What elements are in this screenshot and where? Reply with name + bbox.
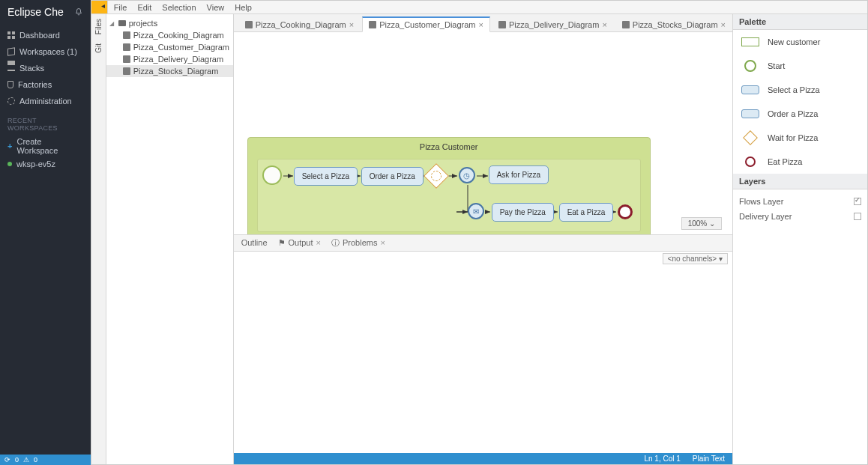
layer-checkbox[interactable] <box>854 198 861 205</box>
tab-pizza_stocks_diagram[interactable]: Pizza_Stocks_Diagram× <box>615 17 732 31</box>
cube-icon <box>7 47 15 55</box>
file-label: Pizza_Cooking_Diagram <box>133 31 224 40</box>
palette-item-label: Eat Pizza <box>768 157 802 166</box>
dash-icon <box>7 31 15 39</box>
file-icon <box>498 21 506 28</box>
close-icon[interactable]: × <box>380 238 385 247</box>
file-icon <box>123 67 130 75</box>
editor-tabs: Pizza_Cooking_Diagram×Pizza_Customer_Dia… <box>234 14 732 32</box>
pool-title: Pizza Customer <box>248 138 650 151</box>
menu-file[interactable]: File <box>114 3 127 12</box>
close-icon[interactable]: × <box>721 20 726 29</box>
layer-checkbox[interactable] <box>854 213 861 220</box>
recent-workspaces-header: RECENT WORKSPACES <box>0 109 91 135</box>
message-event[interactable] <box>468 203 484 219</box>
plus-icon: + <box>7 142 12 151</box>
file-pizza_customer_diagram[interactable]: Pizza_Customer_Diagram <box>106 41 233 53</box>
bpmn-lane: Select a Pizza Order a Pizza ◷ Ask for P… <box>257 159 641 232</box>
menu-view[interactable]: View <box>207 3 225 12</box>
folder-label: projects <box>129 19 158 28</box>
bpmn-pool[interactable]: Pizza Customer <box>247 137 651 235</box>
menu-edit[interactable]: Edit <box>137 3 151 12</box>
create-workspace[interactable]: +Create Workspace <box>0 135 91 157</box>
sidebar-item-workspaces-[interactable]: Workspaces (1) <box>0 43 91 60</box>
menu-selection[interactable]: Selection <box>162 3 196 12</box>
leftbar-status: ⟳ 0 ⚠ 0 <box>0 455 91 465</box>
sidebar-item-stacks[interactable]: Stacks <box>0 60 91 76</box>
layer-label: Delivery Layer <box>739 212 792 221</box>
palette-item-new-customer[interactable]: New customer <box>733 30 867 54</box>
recent-label: wksp-ev5z <box>16 159 55 168</box>
palette-task-icon <box>741 84 760 96</box>
folder-projects[interactable]: ◢ projects <box>106 17 233 29</box>
channels-dropdown[interactable]: <no channels> ▾ <box>663 253 728 264</box>
info-icon: ⓘ <box>331 237 340 249</box>
file-pizza_cooking_diagram[interactable]: Pizza_Cooking_Diagram <box>106 29 233 41</box>
bottom-tab-outline[interactable]: Outline <box>241 238 268 247</box>
recent-workspace[interactable]: wksp-ev5z <box>0 157 91 171</box>
rail-tab-files[interactable]: Files <box>93 14 104 39</box>
flag-icon: ⚑ <box>278 238 286 248</box>
layer-flows-layer[interactable]: Flows Layer <box>739 194 861 209</box>
bottom-tab-label: Output <box>289 238 313 247</box>
close-icon[interactable]: × <box>479 20 483 29</box>
chevron-down-icon: ▾ <box>719 255 723 263</box>
tab-pizza_cooking_diagram[interactable]: Pizza_Cooking_Diagram× <box>238 17 361 31</box>
task-pay-pizza[interactable]: Pay the Pizza <box>492 203 554 222</box>
task-select-pizza[interactable]: Select a Pizza <box>294 167 358 186</box>
zoom-level[interactable]: 100% ⌄ <box>681 217 722 230</box>
close-icon[interactable]: × <box>602 20 606 29</box>
status-bar: Ln 1, Col 1 Plain Text <box>234 453 732 464</box>
bottom-tab-output[interactable]: ⚑Output× <box>278 238 321 248</box>
language-mode[interactable]: Plain Text <box>693 455 725 463</box>
bottom-tab-problems[interactable]: ⓘProblems× <box>331 237 385 249</box>
tab-pizza_delivery_diagram[interactable]: Pizza_Delivery_Diagram× <box>492 17 614 31</box>
menu-help[interactable]: Help <box>235 3 252 12</box>
palette-item-label: Order a Pizza <box>768 109 818 118</box>
sidebar-item-label: Stacks <box>19 64 44 73</box>
file-icon <box>369 21 376 28</box>
layer-delivery-layer[interactable]: Delivery Layer <box>739 209 861 224</box>
sidebar-item-dashboard[interactable]: Dashboard <box>0 27 91 43</box>
end-event[interactable] <box>618 204 633 219</box>
palette-item-order-a-pizza[interactable]: Order a Pizza <box>733 102 867 126</box>
bottom-panel-tabs: Outline⚑Output×ⓘProblems× <box>234 235 732 252</box>
notifications-icon[interactable] <box>74 7 83 16</box>
close-icon[interactable]: × <box>349 20 354 29</box>
palette-item-label: New customer <box>768 37 820 46</box>
palette-circ-icon <box>741 60 760 72</box>
palette-item-label: Select a Pizza <box>768 85 820 94</box>
task-order-pizza[interactable]: Order a Pizza <box>361 167 424 186</box>
palette-item-start[interactable]: Start <box>733 54 867 78</box>
diagram-canvas[interactable]: Pizza Customer <box>234 32 732 235</box>
task-ask-pizza[interactable]: Ask for Pizza <box>489 165 549 184</box>
sync-icon: ⟳ <box>4 456 10 464</box>
layer-label: Flows Layer <box>739 197 783 206</box>
tab-pizza_customer_diagram[interactable]: Pizza_Customer_Diagram× <box>362 16 490 32</box>
timer-event[interactable]: ◷ <box>459 167 475 183</box>
palette-end-icon <box>741 156 760 168</box>
palette-item-select-a-pizza[interactable]: Select a Pizza <box>733 78 867 102</box>
side-rail: Files Git <box>91 14 106 464</box>
navigate-back-icon[interactable] <box>91 1 108 13</box>
dashboard-sidebar: Eclipse Che DashboardWorkspaces (1)Stack… <box>0 0 91 465</box>
sidebar-item-label: Administration <box>19 97 72 106</box>
file-pizza_stocks_diagram[interactable]: Pizza_Stocks_Diagram <box>106 65 233 77</box>
folder-icon <box>118 20 126 26</box>
rail-tab-git[interactable]: Git <box>93 39 104 58</box>
close-icon[interactable]: × <box>316 238 321 247</box>
palette-item-eat-pizza[interactable]: Eat Pizza <box>733 150 867 174</box>
tab-label: Pizza_Delivery_Diagram <box>509 20 599 29</box>
gateway-event-based[interactable] <box>424 163 449 189</box>
start-event[interactable] <box>262 165 282 185</box>
sidebar-item-administration[interactable]: Administration <box>0 93 91 109</box>
file-pizza_delivery_diagram[interactable]: Pizza_Delivery_Diagram <box>106 53 233 65</box>
file-label: Pizza_Delivery_Diagram <box>133 55 223 64</box>
task-eat-pizza[interactable]: Eat a Pizza <box>559 203 614 222</box>
sidebar-item-factories[interactable]: Factories <box>0 76 91 93</box>
file-icon <box>245 21 253 28</box>
bottom-tab-label: Problems <box>343 238 377 247</box>
palette-item-wait-for-pizza[interactable]: Wait for Pizza <box>733 126 867 150</box>
status-dot-icon <box>7 162 12 166</box>
warn-icon: ⚠ <box>23 456 29 464</box>
